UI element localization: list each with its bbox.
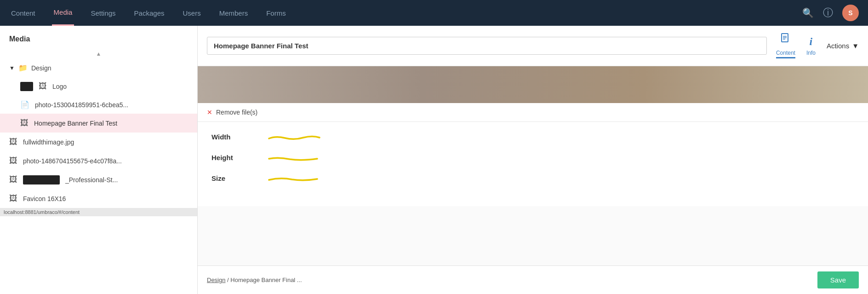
chevron-down-icon: ▼ — [852, 42, 859, 50]
professional-label: _Professional-St... — [65, 176, 118, 184]
folder-arrow-icon: ▼ — [9, 65, 15, 71]
nav-item-forms[interactable]: Forms — [264, 0, 288, 26]
scroll-up-arrow: ▲ — [96, 51, 102, 57]
content-area: Content i Info Actions ▼ ✕ Remove file(s… — [198, 26, 868, 294]
width-yellow-line — [267, 134, 322, 140]
help-icon[interactable]: ⓘ — [823, 6, 833, 20]
nav-item-media[interactable]: Media — [52, 0, 74, 26]
nav-item-members[interactable]: Members — [217, 0, 250, 26]
redacted-thumbnail — [23, 175, 60, 184]
image-icon-favicon: 🖼 — [9, 194, 17, 203]
doc-icon: 📄 — [20, 100, 29, 109]
height-label: Height — [211, 154, 267, 161]
main-layout: Media ▲ ▼ 📁 Design 🖼 Logo 📄 photo-153004… — [0, 26, 868, 294]
image-icon-prof: 🖼 — [9, 175, 17, 184]
sidebar-item-professional[interactable]: 🖼 _Professional-St... — [0, 170, 197, 189]
size-value — [267, 175, 322, 182]
info-icon: i — [810, 35, 813, 48]
content-header: Content i Info Actions ▼ — [198, 26, 868, 66]
logo-thumbnail — [20, 82, 33, 91]
search-icon[interactable]: 🔍 — [802, 7, 814, 18]
content-btn-label: Content — [776, 50, 795, 56]
sidebar-item-logo[interactable]: 🖼 Logo — [0, 77, 197, 96]
remove-files-label[interactable]: Remove file(s) — [216, 109, 257, 116]
image-icon-1486: 🖼 — [9, 156, 17, 166]
breadcrumb-current: Homepage Banner Final ... — [230, 277, 302, 283]
info-tab-button[interactable]: i Info — [806, 35, 816, 56]
sidebar-item-fullwidthimage[interactable]: 🖼 fullwidthimage.jpg — [0, 133, 197, 151]
photo-1530-label: photo-1530041859951-6cbea5... — [35, 101, 128, 109]
width-value — [267, 134, 322, 140]
nav-item-content[interactable]: Content — [9, 0, 37, 26]
size-yellow-line — [267, 175, 322, 182]
homepage-banner-label: Homepage Banner Final Test — [34, 120, 117, 127]
status-bar: localhost:8881/umbraco/#/content — [0, 208, 197, 216]
sidebar-item-design-folder[interactable]: ▼ 📁 Design — [0, 59, 197, 77]
content-page-icon — [781, 33, 791, 48]
content-footer: Design / Homepage Banner Final ... Save — [198, 265, 868, 294]
image-icon-banner: 🖼 — [20, 118, 29, 128]
sidebar-item-photo-1486[interactable]: 🖼 photo-1486704155675-e4c07f8a... — [0, 151, 197, 170]
page-title-input[interactable] — [207, 37, 767, 55]
width-label: Width — [211, 133, 267, 141]
height-field-row: Height — [211, 154, 854, 161]
sidebar-title: Media — [0, 26, 197, 49]
top-navigation: Content Media Settings Packages Users Me… — [0, 0, 868, 26]
size-field-row: Size — [211, 174, 854, 182]
scroll-up-indicator: ▲ — [0, 49, 197, 59]
nav-right-actions: 🔍 ⓘ S — [802, 5, 859, 21]
sidebar-item-photo-1530[interactable]: 📄 photo-1530041859951-6cbea5... — [0, 96, 197, 114]
nav-item-packages[interactable]: Packages — [132, 0, 166, 26]
logo-label: Logo — [52, 83, 67, 90]
favicon-label: Favicon 16X16 — [23, 195, 66, 202]
fullwidthimage-label: fullwidthimage.jpg — [23, 138, 74, 146]
sidebar: Media ▲ ▼ 📁 Design 🖼 Logo 📄 photo-153004… — [0, 26, 198, 294]
image-icon: 🖼 — [39, 81, 47, 91]
height-yellow-line — [267, 155, 322, 161]
folder-label: Design — [31, 64, 51, 72]
remove-x-icon[interactable]: ✕ — [207, 109, 212, 116]
image-preview-strip — [198, 66, 868, 103]
actions-label: Actions — [827, 42, 849, 50]
image-icon-full: 🖼 — [9, 137, 17, 147]
sidebar-item-homepage-banner[interactable]: 🖼 Homepage Banner Final Test — [0, 114, 197, 133]
info-btn-label: Info — [806, 50, 816, 56]
nav-item-users[interactable]: Users — [181, 0, 202, 26]
width-field-row: Width — [211, 133, 854, 141]
folder-icon: 📁 — [18, 63, 28, 72]
breadcrumb: Design / Homepage Banner Final ... — [207, 277, 302, 283]
photo-1486-label: photo-1486704155675-e4c07f8a... — [23, 157, 122, 165]
content-body: ✕ Remove file(s) Width — [198, 66, 868, 265]
header-action-buttons: Content i Info Actions ▼ — [776, 33, 859, 58]
actions-dropdown-button[interactable]: Actions ▼ — [827, 42, 859, 50]
breadcrumb-root[interactable]: Design — [207, 277, 225, 283]
fields-area: Width Height — [198, 122, 868, 206]
nav-item-settings[interactable]: Settings — [89, 0, 117, 26]
nav-items: Content Media Settings Packages Users Me… — [9, 0, 288, 26]
remove-files-row: ✕ Remove file(s) — [198, 103, 868, 122]
user-avatar[interactable]: S — [842, 5, 859, 21]
save-button[interactable]: Save — [817, 271, 859, 288]
sidebar-item-favicon[interactable]: 🖼 Favicon 16X16 — [0, 189, 197, 208]
size-label: Size — [211, 174, 267, 182]
height-value — [267, 155, 322, 161]
content-tab-button[interactable]: Content — [776, 33, 795, 58]
